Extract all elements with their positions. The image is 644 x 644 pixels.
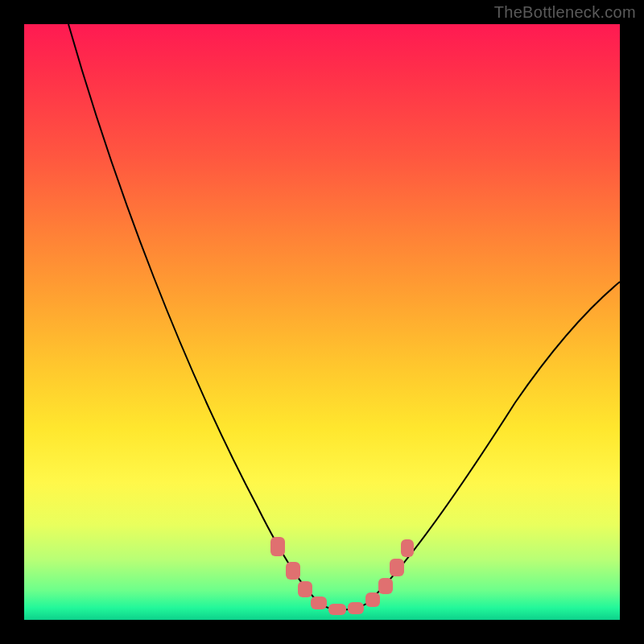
watermark-text: TheBottleneck.com xyxy=(494,3,636,22)
svg-rect-4 xyxy=(328,604,346,615)
svg-rect-6 xyxy=(365,592,380,607)
svg-rect-1 xyxy=(286,562,300,580)
svg-rect-8 xyxy=(390,559,404,576)
svg-rect-7 xyxy=(378,578,393,594)
svg-rect-3 xyxy=(311,597,327,609)
svg-rect-2 xyxy=(298,581,312,597)
svg-rect-5 xyxy=(348,602,364,614)
svg-rect-0 xyxy=(270,537,285,556)
bottleneck-curve xyxy=(24,24,620,620)
plot-area xyxy=(24,24,620,620)
curve-left xyxy=(68,24,320,604)
svg-rect-9 xyxy=(401,539,414,557)
chart-frame: TheBottleneck.com xyxy=(0,0,644,644)
